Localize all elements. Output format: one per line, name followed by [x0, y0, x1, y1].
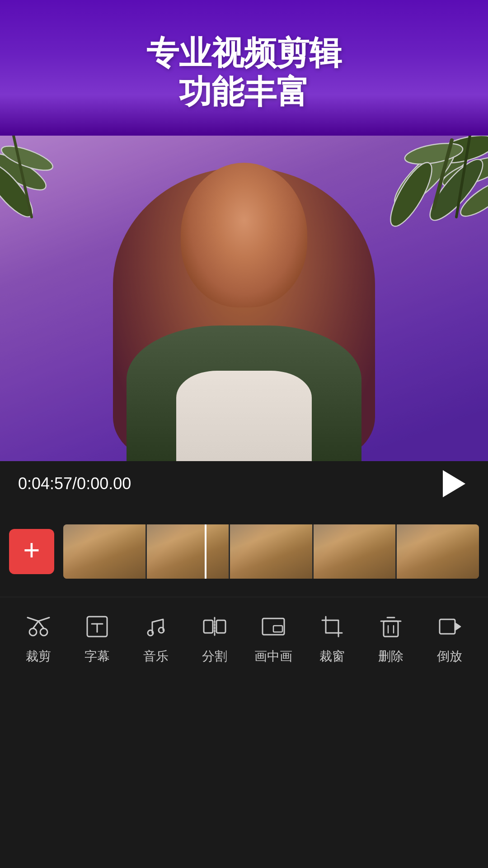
controls-bar: 0:04:57/0:00.00	[0, 461, 488, 506]
timeline-thumb-3	[230, 524, 312, 579]
svg-line-16	[33, 621, 38, 628]
timeline-thumb-5	[397, 524, 479, 579]
timeline-thumb-4	[314, 524, 396, 579]
header-section: 专业视频剪辑 功能丰富	[0, 0, 488, 136]
reverse-icon	[434, 611, 465, 642]
svg-line-18	[28, 618, 38, 621]
svg-line-17	[38, 621, 44, 628]
video-preview[interactable]	[0, 136, 488, 461]
tool-music[interactable]: 音乐	[129, 611, 183, 665]
tool-caption-label: 字幕	[84, 648, 110, 665]
tool-reverse[interactable]: 倒放	[422, 611, 477, 665]
tool-cropwindow-label: 裁窗	[319, 648, 345, 665]
leaves-decoration	[298, 136, 488, 307]
text-icon	[81, 611, 113, 642]
tool-pip[interactable]: 画中画	[246, 611, 300, 665]
scissors-icon	[23, 611, 54, 642]
split-icon	[199, 611, 230, 642]
tool-music-label: 音乐	[143, 648, 169, 665]
svg-rect-29	[273, 626, 282, 632]
delete-icon	[375, 611, 407, 642]
timeline-section: +	[0, 506, 488, 597]
svg-line-19	[38, 618, 49, 621]
svg-point-7	[383, 157, 439, 231]
bottom-toolbar: 裁剪 字幕 音乐	[0, 597, 488, 687]
tool-crop[interactable]: 裁剪	[11, 611, 66, 665]
tool-delete[interactable]: 删除	[364, 611, 418, 665]
timeline-strip[interactable]	[63, 524, 479, 579]
timeline-thumb-2	[147, 524, 229, 579]
person-face	[181, 163, 307, 307]
pip-icon	[258, 611, 289, 642]
tool-crop-label: 裁剪	[26, 648, 51, 665]
tool-cropwindow[interactable]: 裁窗	[305, 611, 359, 665]
leaves-left	[0, 136, 90, 226]
svg-rect-26	[216, 620, 225, 633]
time-display: 0:04:57/0:00.00	[18, 474, 420, 493]
svg-point-14	[29, 628, 37, 636]
play-icon	[443, 470, 465, 497]
person-tshirt	[176, 371, 312, 461]
svg-rect-30	[384, 621, 398, 637]
tool-pip-label: 画中画	[254, 648, 292, 665]
svg-rect-35	[440, 619, 455, 634]
tool-split[interactable]: 分割	[188, 611, 242, 665]
tool-split-label: 分割	[202, 648, 227, 665]
svg-rect-25	[204, 620, 213, 633]
timeline-thumb-1	[63, 524, 145, 579]
svg-marker-36	[455, 623, 460, 630]
add-clip-button[interactable]: +	[9, 529, 54, 574]
crop-icon	[316, 611, 348, 642]
tool-caption[interactable]: 字幕	[70, 611, 124, 665]
add-icon: +	[23, 536, 40, 565]
play-button[interactable]	[434, 466, 470, 502]
tool-reverse-label: 倒放	[437, 648, 462, 665]
svg-point-15	[40, 628, 47, 636]
page-title: 专业视频剪辑 功能丰富	[146, 33, 342, 112]
timeline-playhead	[205, 524, 206, 579]
music-icon	[140, 611, 172, 642]
tool-delete-label: 删除	[378, 648, 404, 665]
